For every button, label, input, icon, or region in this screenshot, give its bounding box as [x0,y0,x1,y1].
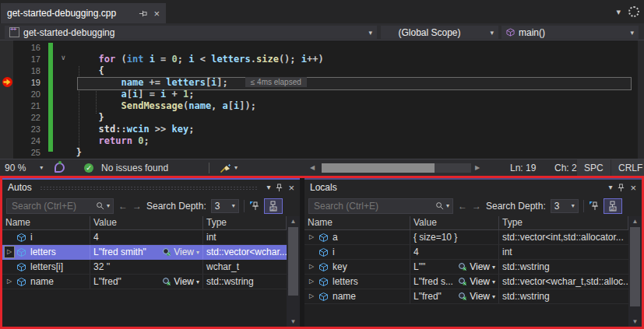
search-options-chevron-icon[interactable]: ▾ [446,202,449,209]
code-line-18[interactable]: 18 { [0,65,644,77]
code-line-24[interactable]: 24 return 0; [0,135,644,147]
locals-row-key[interactable]: ▷keyL""View▾std::wstring [304,260,628,275]
chevron-down-icon[interactable]: ▾ [196,278,199,285]
perf-tip[interactable]: ≤ 4ms elapsed [245,77,307,87]
document-health-icon[interactable] [55,159,65,176]
editor-vertical-scrollbar[interactable] [638,40,644,159]
autos-row-letters[i][interactable]: letters[i]32 ''wchar_t [2,260,287,275]
close-window-icon[interactable]: × [630,183,636,193]
code-line-20[interactable]: 20 a[i] = i + 1; [0,89,644,100]
variable-value[interactable]: L"fred" [93,276,162,287]
autos-row-name[interactable]: ▷nameL"fred"View▾std::wstring [2,275,287,289]
locals-vertical-scrollbar[interactable]: ▲ ▼ [628,216,642,327]
drag-grip[interactable] [40,186,259,190]
expand-arrow-icon[interactable]: ▷ [307,276,316,287]
pin-to-source-icon[interactable] [249,201,259,211]
view-visualizer-button[interactable]: View▾ [458,276,495,287]
search-box[interactable]: ▾ [6,198,114,214]
variable-icon [16,247,28,257]
function-dropdown[interactable]: main() ▾ [501,26,639,39]
pin-tab-icon[interactable] [139,9,147,18]
autos-title-bar[interactable]: Autos ▾ × [2,180,300,195]
code-line-16[interactable]: 16 [0,42,644,54]
pin-window-icon[interactable] [275,184,283,192]
search-back-button[interactable]: ← [458,201,467,212]
code-line-25[interactable]: 25 } [0,147,644,159]
search-depth-dropdown[interactable]: 3 ▾ [211,199,239,213]
chevron-down-icon[interactable]: ▾ [492,293,495,300]
search-forward-button[interactable]: → [472,201,481,212]
expand-arrow-icon[interactable]: ▷ [307,291,316,302]
line-ending-indicator[interactable]: CRLF [611,159,644,176]
document-tab[interactable]: get-started-debugging.cpp × [1,3,166,23]
close-window-icon[interactable]: × [288,183,294,193]
view-visualizer-button[interactable]: View▾ [162,247,199,257]
view-visualizer-button[interactable]: View▾ [162,276,199,287]
format-toggle-button[interactable]: ab [604,198,622,214]
scope-dropdown[interactable]: (Global Scope) ▾ [381,26,498,39]
expand-arrow-icon[interactable]: ▷ [307,261,316,272]
zoom-dropdown[interactable]: 90 % ▾ [5,159,43,176]
format-toggle-button[interactable]: ab [264,198,283,214]
search-forward-button[interactable]: → [132,201,142,212]
variable-value[interactable]: 4 [93,232,199,243]
search-options-chevron-icon[interactable]: ▾ [107,202,110,209]
expand-arrow-icon[interactable]: ▷ [5,247,14,257]
locals-panel: Locals ▾ × ▾ ← → Search Depth: [304,178,642,327]
scrollbar-thumb[interactable] [322,163,435,173]
autos-vertical-scrollbar[interactable]: ▲ ▼ [287,216,300,327]
locals-title-bar[interactable]: Locals ▾ × [304,180,642,195]
locals-row-i[interactable]: i4int [304,245,628,260]
code-line-19[interactable]: 19 name += letters[i];≤ 4ms elapsed [0,77,644,89]
code-editor[interactable]: ∨ 1617 for (int i = 0; i < letters.size(… [0,40,644,159]
locals-row-name[interactable]: ▷nameL"fred"View▾std::wstring [304,289,628,304]
scrollbar-thumb[interactable] [288,227,298,296]
scroll-right-arrow[interactable]: ▶ [475,159,480,176]
settings-gear-icon[interactable] [628,6,639,17]
variable-value[interactable]: L"fred s... [413,276,458,287]
view-visualizer-button[interactable]: View▾ [458,291,495,302]
code-line-21[interactable]: 21 SendMessage(name, a[i]); [0,100,644,112]
locals-row-a[interactable]: ▷a{ size=10 }std::vector<int,std::alloca… [304,230,628,245]
chevron-down-icon[interactable]: ▾ [492,278,495,285]
code-line-17[interactable]: 17 for (int i = 0; i < letters.size(); i… [0,54,644,65]
variable-value[interactable]: L"fred" [413,291,458,302]
tab-title: get-started-debugging.cpp [7,8,132,19]
pin-to-source-icon[interactable] [589,201,599,211]
chevron-down-icon[interactable]: ▾ [492,264,495,271]
variable-value[interactable]: 32 '' [93,261,199,272]
autos-row-letters[interactable]: ▷lettersL"fred smith"View▾std::vector<wc… [2,245,287,260]
code-line-22[interactable]: 22 } [0,112,644,124]
search-box[interactable]: ▾ [308,198,453,214]
close-tab-icon[interactable]: × [153,9,160,19]
locals-row-letters[interactable]: ▷lettersL"fred s...View▾std::vector<wcha… [304,275,628,289]
search-back-button[interactable]: ← [118,201,128,212]
pin-window-icon[interactable] [617,184,625,192]
issues-status[interactable]: ✓ No issues found [84,159,168,176]
column-headers[interactable]: Name Value Type [304,216,628,230]
chevron-down-icon[interactable]: ▾ [196,249,199,256]
expand-arrow-icon[interactable]: ▷ [307,232,316,243]
scroll-left-arrow[interactable]: ◀ [310,159,315,176]
search-input[interactable] [10,200,93,212]
code-line-23[interactable]: 23 std::wcin >> key; [0,124,644,135]
scrollbar-thumb[interactable] [630,227,640,306]
search-input[interactable] [312,200,433,212]
line-indicator[interactable]: Ln: 19 [510,159,536,176]
variable-value[interactable]: L"" [413,261,458,272]
variable-value[interactable]: L"fred smith" [93,247,162,257]
variable-value[interactable]: 4 [413,247,495,257]
spaces-indicator[interactable]: SPC [577,159,611,176]
horizontal-scrollbar[interactable] [322,163,471,173]
view-visualizer-button[interactable]: View▾ [458,261,495,272]
code-cleanup-button[interactable]: ▾ [220,159,238,176]
variable-value[interactable]: { size=10 } [413,232,495,243]
window-position-chevron-icon[interactable]: ▾ [608,184,612,191]
file-dropdown[interactable]: ++ get-started-debugging ▾ [5,26,377,39]
window-position-chevron-icon[interactable]: ▾ [266,184,270,191]
autos-row-i[interactable]: i4int [2,230,287,245]
expand-arrow-icon[interactable]: ▷ [5,276,14,287]
document-list-chevron-icon[interactable]: ▾ [616,8,621,16]
column-headers[interactable]: Name Value Type [2,216,287,230]
search-depth-dropdown[interactable]: 3 ▾ [551,199,579,213]
